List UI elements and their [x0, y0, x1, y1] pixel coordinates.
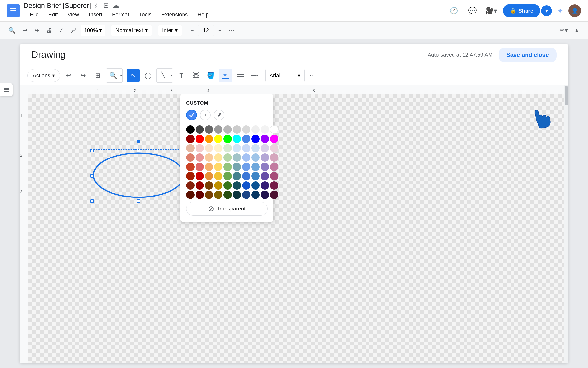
menu-edit[interactable]: Edit: [44, 10, 62, 20]
color-dark2[interactable]: [205, 125, 213, 134]
color-xdk8[interactable]: [251, 191, 260, 199]
scroll-thumb[interactable]: [565, 94, 568, 105]
color-gray1[interactable]: [214, 125, 222, 134]
gemini-icon[interactable]: ✦: [557, 6, 564, 15]
line-tool-button[interactable]: ╲: [157, 69, 170, 82]
sidebar-toggle-button[interactable]: [0, 83, 13, 96]
color-d7[interactable]: [242, 163, 250, 171]
color-magenta[interactable]: [270, 135, 278, 143]
selection-handle-bottom[interactable]: [137, 199, 140, 203]
image-tool-button[interactable]: 🖼: [190, 69, 202, 82]
menu-extensions[interactable]: Extensions: [157, 10, 192, 20]
add-custom-color-button[interactable]: +: [200, 110, 211, 120]
color-vdk10[interactable]: [270, 181, 278, 190]
share-button[interactable]: 🔒 Share: [503, 4, 540, 17]
color-vdk1[interactable]: [186, 181, 195, 190]
color-d2[interactable]: [196, 163, 204, 171]
selection-handle-top[interactable]: [137, 149, 140, 152]
color-dk3[interactable]: [205, 172, 213, 180]
selection-handle-top-left[interactable]: [90, 149, 94, 152]
color-cyan[interactable]: [233, 135, 241, 143]
color-vdk8[interactable]: [251, 181, 260, 190]
drawing-select-button[interactable]: ⊞: [91, 69, 104, 82]
color-r2[interactable]: [196, 135, 204, 143]
line-color-button[interactable]: ✏: [219, 69, 232, 82]
color-gray5[interactable]: [251, 125, 260, 134]
color-m3[interactable]: [205, 153, 213, 162]
more-drawing-options-button[interactable]: ⋯: [306, 69, 319, 82]
color-blue2[interactable]: [251, 135, 260, 143]
fill-color-button[interactable]: 🪣: [204, 69, 217, 82]
color-xdk7[interactable]: [242, 191, 250, 199]
color-d8[interactable]: [251, 163, 260, 171]
collapse-icon[interactable]: ▲: [571, 25, 582, 36]
font-family-select[interactable]: Arial ▾: [265, 69, 305, 82]
font-size-input[interactable]: 12: [198, 25, 214, 36]
color-d10[interactable]: [270, 163, 278, 171]
star-icon[interactable]: ☆: [94, 2, 99, 9]
color-dk5[interactable]: [223, 172, 232, 180]
color-gray6[interactable]: [261, 125, 269, 134]
color-p3[interactable]: [205, 144, 213, 152]
color-p10[interactable]: [270, 144, 278, 152]
color-orange[interactable]: [205, 135, 213, 143]
color-blue1[interactable]: [242, 135, 250, 143]
color-dk1[interactable]: [186, 172, 195, 180]
paintformat-icon[interactable]: 🖌: [68, 25, 79, 36]
transparent-button[interactable]: Transparent: [186, 202, 268, 216]
color-vdk9[interactable]: [261, 181, 269, 190]
color-green[interactable]: [223, 135, 232, 143]
color-m2[interactable]: [196, 153, 204, 162]
menu-format[interactable]: Format: [108, 10, 134, 20]
color-vdk2[interactable]: [196, 181, 204, 190]
color-d3[interactable]: [205, 163, 213, 171]
border-weight-button[interactable]: [234, 69, 246, 82]
color-vdk3[interactable]: [205, 181, 213, 190]
search-icon[interactable]: 🔍: [6, 25, 18, 36]
eyedropper-button[interactable]: [214, 110, 224, 120]
color-dk8[interactable]: [251, 172, 260, 180]
user-avatar[interactable]: 👤: [568, 4, 581, 17]
menu-tools[interactable]: Tools: [135, 10, 156, 20]
color-m8[interactable]: [251, 153, 260, 162]
color-dk9[interactable]: [261, 172, 269, 180]
menu-view[interactable]: View: [63, 10, 83, 20]
color-d5[interactable]: [223, 163, 232, 171]
color-xdk1[interactable]: [186, 191, 195, 199]
select-tool-button[interactable]: ↖: [127, 69, 140, 82]
color-m9[interactable]: [261, 153, 269, 162]
color-gray3[interactable]: [233, 125, 241, 134]
comment-icon[interactable]: 💬: [466, 4, 479, 18]
selected-color-swatch[interactable]: [186, 110, 197, 120]
color-d9[interactable]: [261, 163, 269, 171]
color-gray4[interactable]: [242, 125, 250, 134]
color-p6[interactable]: [233, 144, 241, 152]
menu-help[interactable]: Help: [193, 10, 213, 20]
color-vdk5[interactable]: [223, 181, 232, 190]
color-xdk3b[interactable]: [205, 191, 213, 199]
color-d4[interactable]: [214, 163, 222, 171]
redo-icon[interactable]: ↪: [32, 25, 42, 36]
save-and-close-button[interactable]: Save and close: [499, 48, 557, 62]
color-d1[interactable]: [186, 163, 195, 171]
color-p4[interactable]: [214, 144, 222, 152]
folder-icon[interactable]: ⊟: [103, 2, 109, 9]
cloud-icon[interactable]: ☁: [113, 2, 119, 9]
color-xdk5[interactable]: [223, 191, 232, 199]
color-p7[interactable]: [242, 144, 250, 152]
font-size-decrease-button[interactable]: −: [188, 25, 196, 36]
more-options-icon[interactable]: ⋯: [226, 25, 237, 36]
scrollbar[interactable]: [564, 94, 568, 363]
color-xdk2[interactable]: [196, 191, 204, 199]
color-black[interactable]: [186, 125, 195, 134]
zoom-fit-button[interactable]: 🔍: [107, 69, 120, 82]
color-d6[interactable]: [233, 163, 241, 171]
font-size-increase-button[interactable]: +: [216, 25, 224, 36]
drawing-canvas[interactable]: CUSTOM +: [28, 94, 568, 363]
color-vdk6[interactable]: [233, 181, 241, 190]
meet-icon[interactable]: 🎥▾: [484, 4, 498, 18]
drawing-redo-button[interactable]: ↪: [77, 69, 89, 82]
font-select[interactable]: Inter ▾: [158, 25, 182, 36]
color-p1[interactable]: [186, 144, 195, 152]
selection-handle-bottom-left[interactable]: [90, 199, 94, 203]
